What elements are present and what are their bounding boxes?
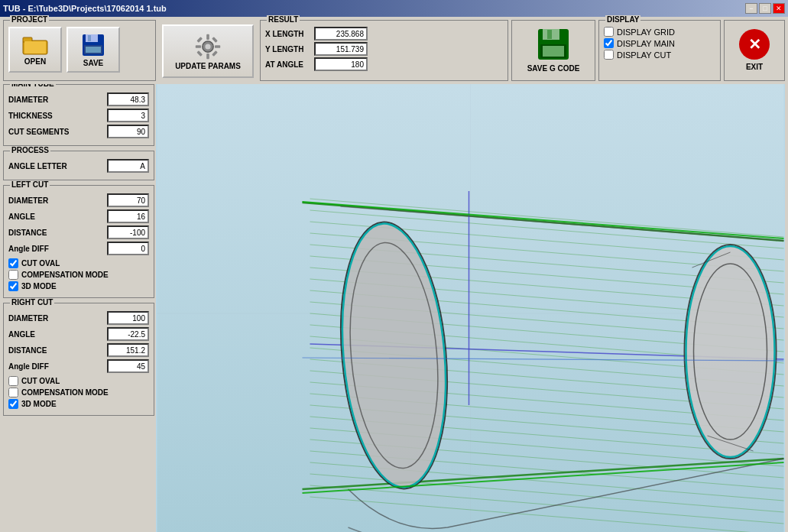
window-title: TUB - E:\Tube3D\Projects\17062014 1.tub	[3, 4, 167, 13]
process-group: PROCESS ANGLE LETTER	[3, 151, 154, 180]
project-group: PROJECT OPEN	[3, 20, 156, 81]
svg-rect-10	[206, 34, 209, 39]
cut-segments-input[interactable]	[107, 125, 149, 138]
rc-angle-input[interactable]	[107, 327, 149, 341]
save-gcode-icon	[537, 28, 570, 61]
lc-angle-label: ANGLE	[8, 212, 35, 221]
lc-angle-diff-input[interactable]	[107, 242, 149, 255]
project-buttons: OPEN SAVE	[8, 27, 151, 73]
y-length-row: Y LENGTH	[265, 42, 503, 56]
minimize-button[interactable]: −	[745, 3, 757, 14]
content-area: MAIN TUBE DIAMETER THICKNESS CUT SEGMENT…	[3, 84, 785, 532]
rc-compensation-label: COMPENSATION MODE	[21, 388, 109, 397]
save-floppy-icon	[81, 33, 105, 57]
svg-rect-7	[86, 47, 101, 53]
cut-segments-row: CUT SEGMENTS	[8, 125, 149, 138]
svg-rect-5	[88, 35, 91, 41]
left-cut-title: LEFT CUT	[10, 180, 50, 189]
x-length-row: X LENGTH	[265, 27, 503, 41]
rc-angle-diff-row: Angle DIFF	[8, 359, 149, 373]
display-grid-row: DISPLAY GRID	[604, 27, 715, 37]
rc-checkboxes: CUT OVAL COMPENSATION MODE 3D MODE	[8, 376, 149, 409]
cut-segments-label: CUT SEGMENTS	[8, 128, 69, 136]
at-angle-input[interactable]	[314, 57, 368, 71]
display-grid-checkbox[interactable]	[604, 27, 614, 37]
close-button[interactable]: ✕	[773, 3, 785, 14]
lc-cut-oval-label: CUT OVAL	[21, 259, 60, 268]
thickness-row: THICKNESS	[8, 109, 149, 122]
result-group: RESULT X LENGTH Y LENGTH AT ANGLE	[260, 20, 508, 81]
lc-cut-oval-checkbox[interactable]	[8, 258, 18, 268]
diameter-label: DIAMETER	[8, 96, 48, 104]
result-group-label: RESULT	[267, 15, 300, 24]
left-cut-group: LEFT CUT DIAMETER ANGLE DISTANCE Angle D…	[3, 185, 154, 298]
display-group-label: DISPLAY	[605, 15, 640, 24]
thickness-input[interactable]	[107, 109, 149, 122]
lc-3d-checkbox[interactable]	[8, 281, 18, 291]
lc-diameter-input[interactable]	[107, 193, 149, 207]
rc-angle-diff-input[interactable]	[107, 359, 149, 373]
lc-angle-diff-row: Angle DIFF	[8, 242, 149, 255]
display-cut-label: DISPLAY CUT	[617, 50, 671, 60]
exit-icon: ✕	[739, 29, 770, 60]
right-cut-title: RIGHT CUT	[10, 298, 54, 307]
right-cut-group: RIGHT CUT DIAMETER ANGLE DISTANCE Angle …	[3, 303, 154, 416]
maximize-button[interactable]: □	[759, 3, 771, 14]
at-angle-row: AT ANGLE	[265, 57, 503, 71]
gear-icon	[194, 33, 222, 60]
svg-rect-20	[547, 30, 552, 39]
y-length-input[interactable]	[314, 42, 368, 56]
rc-3d-checkbox[interactable]	[8, 399, 18, 409]
lc-distance-input[interactable]	[107, 225, 149, 239]
lc-3d-row: 3D MODE	[8, 281, 149, 291]
lc-compensation-checkbox[interactable]	[8, 270, 18, 280]
tube-3d-view	[156, 84, 785, 532]
save-button[interactable]: SAVE	[66, 27, 120, 73]
lc-compensation-row: COMPENSATION MODE	[8, 270, 149, 280]
lc-checkboxes: CUT OVAL COMPENSATION MODE 3D MODE	[8, 258, 149, 291]
viewport[interactable]	[156, 84, 785, 532]
rc-distance-label: DISTANCE	[8, 346, 47, 355]
lc-angle-row: ANGLE	[8, 209, 149, 223]
svg-rect-11	[206, 54, 209, 59]
svg-rect-17	[212, 50, 218, 57]
svg-rect-2	[24, 41, 46, 54]
result-rows: X LENGTH Y LENGTH AT ANGLE	[265, 27, 503, 71]
rc-diameter-label: DIAMETER	[8, 314, 48, 323]
display-main-checkbox[interactable]	[604, 38, 614, 48]
process-title: PROCESS	[10, 146, 50, 154]
rc-compensation-checkbox[interactable]	[8, 388, 18, 397]
lc-distance-row: DISTANCE	[8, 225, 149, 239]
update-params-label: UPDATE PARAMS	[175, 62, 241, 70]
save-gcode-group: SAVE G CODE	[511, 20, 595, 81]
display-cut-checkbox[interactable]	[604, 50, 614, 60]
lc-diameter-label: DIAMETER	[8, 196, 48, 205]
rc-3d-label: 3D MODE	[21, 400, 57, 408]
rc-diameter-input[interactable]	[107, 311, 149, 325]
at-angle-label: AT ANGLE	[265, 60, 311, 69]
rc-distance-input[interactable]	[107, 343, 149, 357]
project-group-label: PROJECT	[10, 15, 49, 24]
lc-angle-input[interactable]	[107, 209, 149, 223]
svg-rect-14	[196, 37, 203, 43]
y-length-label: Y LENGTH	[265, 45, 311, 54]
exit-button[interactable]: ✕ EXIT	[739, 29, 770, 71]
angle-letter-input[interactable]	[107, 159, 149, 173]
rc-cut-oval-checkbox[interactable]	[8, 376, 18, 386]
svg-rect-4	[86, 34, 98, 42]
rc-angle-diff-label: Angle DIFF	[8, 362, 49, 371]
open-label: OPEN	[24, 57, 46, 66]
update-params-button[interactable]: UPDATE PARAMS	[162, 24, 254, 78]
save-label: SAVE	[83, 59, 104, 67]
save-gcode-button[interactable]: SAVE G CODE	[527, 28, 580, 73]
title-bar: TUB - E:\Tube3D\Projects\17062014 1.tub …	[0, 0, 788, 17]
diameter-input[interactable]	[107, 92, 149, 106]
rc-3d-row: 3D MODE	[8, 399, 149, 409]
svg-rect-13	[215, 45, 220, 48]
svg-rect-16	[196, 50, 203, 57]
thickness-label: THICKNESS	[8, 112, 53, 120]
x-length-input[interactable]	[314, 27, 368, 41]
x-length-label: X LENGTH	[265, 30, 311, 38]
open-button[interactable]: OPEN	[8, 27, 62, 73]
angle-letter-label: ANGLE LETTER	[8, 162, 67, 170]
